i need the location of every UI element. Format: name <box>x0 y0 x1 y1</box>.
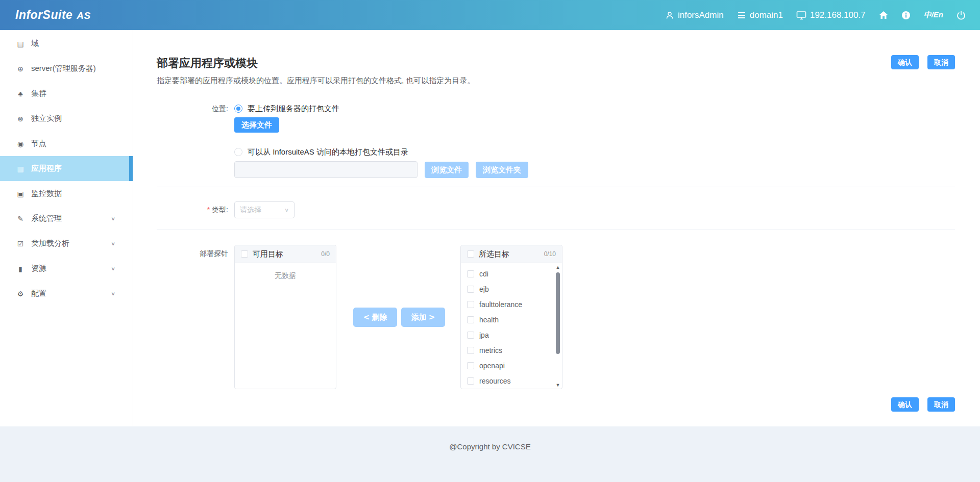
main-content: 部署应用程序或模块 指定要部署的应用程序或模块的位置。应用程序可以采用打包的文件… <box>133 30 980 426</box>
sidebar-item-monitoring-data[interactable]: ▣ 监控数据 <box>0 181 133 206</box>
sidebar-item-standalone-instance[interactable]: ⊛ 独立实例 <box>0 106 133 131</box>
sidebar-item-label: 资源 <box>31 264 46 273</box>
server-icon: ⊕ <box>16 65 25 73</box>
browse-folder-button[interactable]: 浏览文件夹 <box>476 162 528 178</box>
target-checkbox[interactable] <box>467 347 474 354</box>
available-empty-text: 无数据 <box>235 271 336 281</box>
choose-file-button[interactable]: 选择文件 <box>234 117 279 133</box>
available-panel-title: 可用目标 <box>253 249 283 259</box>
cancel-button-bottom[interactable]: 取消 <box>927 397 955 412</box>
configuration-icon: ⚙ <box>16 290 25 298</box>
target-checkbox[interactable] <box>467 270 474 277</box>
local-path-input[interactable] <box>234 161 418 178</box>
sidebar-item-cluster[interactable]: ♣ 集群 <box>0 81 133 106</box>
type-select[interactable]: 请选择 ∨ <box>234 201 295 218</box>
sidebar-item-label: 配置 <box>31 289 46 298</box>
selected-list-scrollbar[interactable]: ▲ ▼ <box>554 264 561 388</box>
applications-icon: ▦ <box>16 165 25 173</box>
page-footer: @Copyright by CVICSE <box>0 426 980 482</box>
monitor-icon <box>796 11 806 20</box>
target-item-cdi[interactable]: cdi <box>461 266 562 282</box>
user-icon <box>665 11 674 20</box>
page-title: 部署应用程序或模块 <box>157 56 258 71</box>
info-button[interactable] <box>901 11 911 20</box>
target-checkbox[interactable] <box>467 316 474 323</box>
scroll-down-icon[interactable]: ▼ <box>554 382 561 388</box>
available-targets-panel: 可用目标 0/0 无数据 <box>234 245 336 389</box>
sidebar-item-server[interactable]: ⊕ server(管理服务器) <box>0 56 133 81</box>
resources-icon: ▮ <box>16 265 25 273</box>
upload-package-radio[interactable] <box>234 105 242 113</box>
available-panel-count: 0/0 <box>321 250 330 258</box>
sidebar-item-label: 应用程序 <box>31 164 62 173</box>
selected-select-all-checkbox[interactable] <box>467 250 474 258</box>
target-item-ejb[interactable]: ejb <box>461 282 562 297</box>
local-path-radio-label: 可以从 InforsuiteAS 访问的本地打包文件或目录 <box>248 147 408 157</box>
scroll-up-icon[interactable]: ▲ <box>554 264 561 270</box>
target-checkbox[interactable] <box>467 377 474 385</box>
sidebar-item-node[interactable]: ◉ 节点 <box>0 131 133 156</box>
sidebar-nav: ▤ 域 ⊕ server(管理服务器) ♣ 集群 ⊛ 独立实例 ◉ 节点 ▦ 应… <box>0 30 133 426</box>
target-item-health[interactable]: health <box>461 312 562 327</box>
sidebar-item-label: 监控数据 <box>31 189 62 198</box>
local-path-radio[interactable] <box>234 148 242 156</box>
divider <box>157 187 955 187</box>
target-checkbox[interactable] <box>467 362 474 369</box>
chevron-down-icon: ∨ <box>111 266 115 271</box>
sidebar-item-label: 类加载分析 <box>31 239 69 248</box>
browse-file-button[interactable]: 浏览文件 <box>425 162 469 178</box>
type-select-placeholder: 请选择 <box>240 206 261 215</box>
scrollbar-thumb[interactable] <box>556 272 560 354</box>
target-item-jpa[interactable]: jpa <box>461 327 562 343</box>
upload-package-radio-label: 要上传到服务器的打包文件 <box>248 104 339 114</box>
target-checkbox[interactable] <box>467 301 474 308</box>
target-label: jpa <box>479 331 489 339</box>
location-label: 位置: <box>157 103 228 178</box>
domain-name: domain1 <box>750 10 783 20</box>
target-label: resources <box>479 377 510 385</box>
arrow-right-icon: > <box>429 313 435 322</box>
sidebar-item-resources[interactable]: ▮ 资源 ∨ <box>0 256 133 281</box>
divider <box>157 230 955 230</box>
cancel-button-top[interactable]: 取消 <box>927 55 955 69</box>
sidebar-item-domain[interactable]: ▤ 域 <box>0 31 133 56</box>
target-label: metrics <box>479 346 502 354</box>
sidebar-item-label: 集群 <box>31 89 46 98</box>
target-label: cdi <box>479 270 488 278</box>
app-logo: InforSuite AS <box>15 8 91 22</box>
target-label: faulttolerance <box>479 300 522 309</box>
current-user[interactable]: inforsAdmin <box>665 10 724 20</box>
target-item-openapi[interactable]: openapi <box>461 358 562 373</box>
probe-label: 部署探针 <box>157 245 228 389</box>
server-ip: 192.168.100.7 <box>810 10 866 20</box>
target-item-faulttolerance[interactable]: faulttolerance <box>461 297 562 312</box>
language-toggle[interactable]: 中/En <box>924 10 943 20</box>
target-checkbox[interactable] <box>467 286 474 293</box>
logout-button[interactable] <box>957 11 966 20</box>
sidebar-item-applications[interactable]: ▦ 应用程序 <box>0 156 133 181</box>
sidebar-item-classloading-analysis[interactable]: ☑ 类加载分析 ∨ <box>0 231 133 256</box>
sidebar-item-configuration[interactable]: ⚙ 配置 ∨ <box>0 281 133 306</box>
sidebar-item-system-management[interactable]: ✎ 系统管理 ∨ <box>0 206 133 231</box>
target-label: ejb <box>479 285 489 293</box>
domain-switcher[interactable]: domain1 <box>737 10 783 20</box>
target-item-resources[interactable]: resources <box>461 373 562 389</box>
confirm-button-top[interactable]: 确认 <box>891 55 919 69</box>
confirm-button-bottom[interactable]: 确认 <box>891 397 919 412</box>
classloading-icon: ☑ <box>16 240 25 248</box>
remove-target-button[interactable]: < 删除 <box>353 308 397 327</box>
add-target-button[interactable]: 添加 > <box>401 308 445 327</box>
monitoring-icon: ▣ <box>16 190 25 198</box>
available-select-all-checkbox[interactable] <box>241 250 248 258</box>
server-address[interactable]: 192.168.100.7 <box>796 10 866 20</box>
instance-icon: ⊛ <box>16 115 25 123</box>
add-button-label: 添加 <box>411 313 427 321</box>
arrow-left-icon: < <box>363 313 370 322</box>
home-button[interactable] <box>879 11 888 19</box>
page-subtitle: 指定要部署的应用程序或模块的位置。应用程序可以采用打包的文件格式, 也可以指定为… <box>157 76 475 86</box>
selected-targets-panel: 所选目标 0/10 cdi ejb <box>460 245 562 389</box>
home-icon <box>879 11 888 19</box>
user-name: inforsAdmin <box>678 10 724 20</box>
target-item-metrics[interactable]: metrics <box>461 343 562 358</box>
target-checkbox[interactable] <box>467 332 474 339</box>
